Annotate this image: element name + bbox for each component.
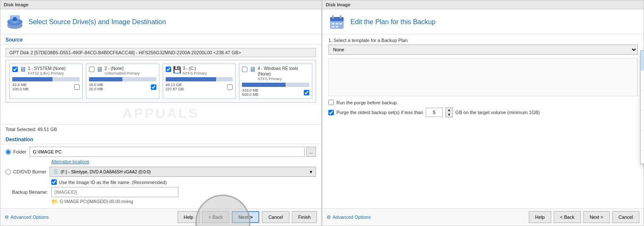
svg-rect-9 (332, 23, 334, 25)
adv-options-icon: ⚙ (5, 215, 9, 220)
cddvd-radio[interactable] (6, 169, 11, 175)
run-purge-label: Run the purge before backup. (336, 100, 398, 105)
dropdown-item-forever[interactable]: Incrementals Forever Incrementals foreve… (641, 131, 644, 151)
partition-4-type: NTFS Primary (258, 77, 309, 81)
filepath-display: 📁 G:\IMAGE PC\{IMAGEID}-00-00.mrimg (51, 198, 316, 205)
purge-checkbox[interactable] (328, 110, 334, 115)
folder-radio-label[interactable]: Folder (6, 149, 26, 155)
purge-spin-buttons: ▲ ▼ (445, 107, 453, 117)
partition-4-sizes: 333.0 MB500.0 MB (242, 88, 258, 97)
dropdown-item-incr[interactable]: Incremental Backup Set A Full backup is … (641, 111, 644, 131)
popup-with-scroll: None Create your own schedule by selecti… (641, 51, 644, 164)
cddvd-row: CD/DVD Burner 💿 (F:) - Slimtype, DVD A D… (6, 167, 316, 177)
plan-dropdown-row: None (328, 45, 638, 55)
right-help-button[interactable]: Help (529, 211, 551, 223)
calendar-icon (328, 14, 345, 31)
purge-spin-down[interactable]: ▼ (446, 112, 452, 117)
partition-3-icon: 💾 (173, 66, 181, 74)
dvd-input-row: 💿 (F:) - Slimtype, DVD A DA8A6SH vGAA2 (… (50, 167, 316, 177)
finish-button[interactable]: Finish (292, 211, 317, 223)
partition-4-sub-checkbox[interactable] (304, 90, 309, 95)
next-button[interactable]: Next > (232, 211, 259, 223)
backup-filename-input[interactable] (51, 187, 178, 197)
run-purge-checkbox-row: Run the purge before backup. (328, 100, 638, 105)
right-back-button[interactable]: < Back (554, 211, 581, 223)
partition-1-bar (12, 77, 53, 81)
right-cancel-button[interactable]: Cancel (612, 211, 639, 223)
purge-unit-label: GB on the target volume (minimum 1GB) (455, 110, 540, 115)
total-selected: Total Selected: 49.51 GB (0, 124, 321, 134)
partition-3: 💾 3 - (C:) NTFS Primary 49.13 GB237.87 G… (163, 64, 236, 99)
right-panel-header: Edit the Plan for this Backup (322, 9, 644, 34)
right-next-button[interactable]: Next > (583, 211, 610, 223)
popup-list: None Create your own schedule by selecti… (641, 51, 644, 164)
cddvd-radio-label[interactable]: CD/DVD Burner (6, 169, 46, 175)
help-button[interactable]: Help (178, 211, 200, 223)
plan-dropdown-select[interactable]: None (328, 45, 638, 55)
partition-3-sizes: 49.13 GB237.87 GB (166, 83, 184, 91)
right-bottom-bar: ⚙ Advanced Options Help < Back Next > Ca… (322, 208, 644, 226)
partition-2-sub-checkbox[interactable] (151, 84, 156, 90)
svg-point-4 (13, 17, 17, 21)
alt-locations-link[interactable]: Alternative locations (51, 159, 316, 164)
plan-dropdown-popup: None Create your own schedule by selecti… (640, 50, 644, 164)
left-panel-heading: Select Source Drive(s) and Image Destina… (28, 18, 166, 26)
purge-value-input[interactable] (426, 108, 443, 117)
right-content: 1. Select a template for a Backup Plan N… (322, 34, 644, 208)
use-image-id-checkbox-row: Use the Image ID as the file name. (Reco… (51, 179, 316, 185)
dropdown-item-after[interactable]: After this Incremental backups are creat… (641, 151, 644, 164)
right-panel-title: Disk Image (322, 0, 644, 9)
folder-path-input[interactable] (30, 147, 305, 157)
svg-rect-10 (336, 23, 338, 25)
partition-2-name: 2 - (None) (105, 66, 140, 71)
source-label: Source (0, 34, 321, 45)
filepath-text: G:\IMAGE PC\{IMAGEID}-00-00.mrimg (60, 199, 133, 204)
partition-3-name: 3 - (C:) (183, 66, 207, 71)
cancel-button[interactable]: Cancel (262, 211, 289, 223)
left-panel-title: Disk Image (0, 0, 321, 9)
run-purge-checkbox[interactable] (328, 100, 334, 105)
partition-1-name: 1 - SYSTEM (None) (28, 66, 66, 71)
source-section: GPT Disk 2 [57DE08B5-D551-490F-84CD-B4B0… (0, 45, 321, 124)
partition-4: 🖥 4 - Windows RE tools (None) NTFS Prima… (239, 64, 312, 99)
partition-2-sizes: 16.0 MB16.0 MB (89, 83, 103, 91)
back-button[interactable]: < Back (202, 211, 229, 223)
schedule-area (328, 58, 638, 96)
svg-rect-12 (332, 26, 334, 28)
use-image-id-checkbox[interactable] (51, 179, 57, 185)
disk-image-icon (6, 14, 23, 31)
right-panel: Disk Image Edit the Plan for this Backup… (322, 0, 644, 226)
partition-4-bar (242, 83, 286, 87)
backup-filename-label: Backup filename: (6, 190, 48, 195)
dropdown-item-diff[interactable]: Differential Backup Set A Full backup is… (641, 91, 644, 111)
right-adv-options-link[interactable]: ⚙ Advanced Options (327, 215, 526, 220)
adv-options-link[interactable]: ⚙ Advanced Options (5, 215, 175, 220)
partition-1-sub-checkbox[interactable] (74, 84, 80, 90)
browse-button[interactable]: ... (306, 147, 316, 157)
right-panel-heading: Edit the Plan for this Backup (350, 18, 436, 26)
partition-2-icon: 🖥 (96, 66, 103, 73)
dropdown-item-none[interactable]: None Create your own schedule by selecti… (641, 51, 644, 71)
partition-1-checkbox[interactable] (12, 67, 18, 72)
folder-radio[interactable] (6, 149, 11, 155)
dropdown-item-gfs[interactable]: Grandfather, Father, Son Daily Increment… (641, 71, 644, 91)
svg-rect-7 (332, 15, 334, 19)
folder-icon: 📁 (51, 198, 58, 205)
partition-3-checkbox[interactable] (166, 67, 171, 72)
step1-label: 1. Select a template for a Backup Plan (328, 38, 638, 43)
partition-2-type: Unformatted Primary (105, 71, 140, 75)
partition-2-checkbox[interactable] (89, 67, 94, 72)
partitions-row: 🖥 1 - SYSTEM (None) FAT32 (LBA) Primary … (6, 60, 316, 103)
partition-3-sub-checkbox[interactable] (227, 84, 233, 90)
left-panel: Disk Image Select Source Drive(s) and Im… (0, 0, 322, 226)
svg-rect-6 (330, 17, 344, 21)
left-bottom-bar: ⚙ Advanced Options Help < Back Next > Ca… (0, 208, 321, 226)
right-adv-options-icon: ⚙ (327, 215, 331, 220)
purge-row: Purge the oldest backup set(s) if less t… (328, 107, 638, 117)
svg-rect-13 (336, 26, 338, 28)
purge-spin-up[interactable]: ▲ (446, 108, 452, 112)
dvd-dropdown[interactable]: 💿 (F:) - Slimtype, DVD A DA8A6SH vGAA2 (… (50, 167, 316, 177)
partition-3-bar (166, 77, 216, 81)
destination-section: Folder ... Alternative locations CD/DVD … (0, 144, 321, 208)
partition-4-checkbox[interactable] (242, 67, 247, 72)
